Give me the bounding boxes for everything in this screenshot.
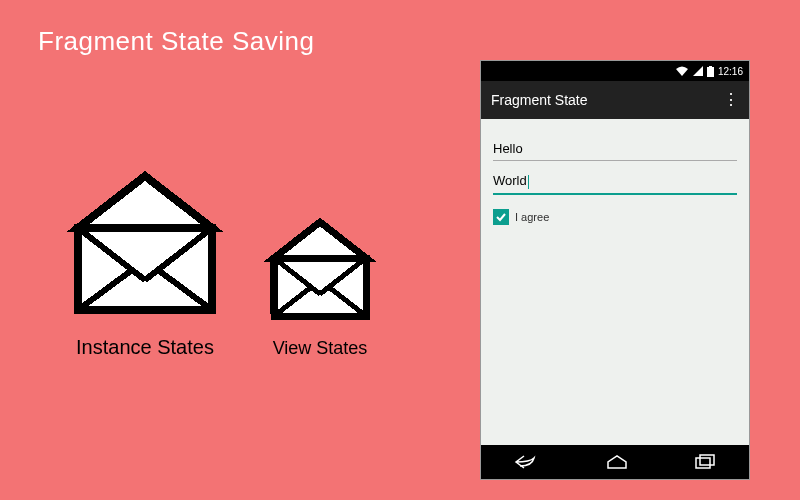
svg-rect-17	[709, 66, 712, 67]
svg-rect-18	[696, 458, 710, 468]
recent-apps-icon	[694, 454, 716, 470]
phone-mockup: 12:16 Fragment State ⋮ World I agree	[480, 60, 750, 480]
instance-states-label: Instance States	[76, 336, 214, 359]
signal-icon	[693, 66, 703, 76]
svg-rect-19	[700, 455, 714, 465]
envelope-small-icon	[260, 216, 380, 326]
android-status-bar: 12:16	[481, 61, 749, 81]
actionbar-title: Fragment State	[491, 92, 588, 108]
text-cursor-icon	[528, 175, 529, 189]
page-title: Fragment State Saving	[38, 26, 314, 57]
android-action-bar: Fragment State ⋮	[481, 81, 749, 119]
wifi-icon	[675, 66, 689, 76]
nav-recent-button[interactable]	[684, 450, 726, 474]
battery-icon	[707, 66, 714, 77]
instance-states-group: Instance States	[60, 170, 230, 359]
svg-marker-1	[78, 176, 212, 228]
view-states-label: View States	[273, 338, 368, 359]
android-nav-bar	[481, 445, 749, 479]
overflow-menu-icon[interactable]: ⋮	[723, 97, 739, 103]
text-field-2[interactable]: World	[493, 167, 737, 195]
app-screen: World I agree	[481, 119, 749, 445]
svg-rect-14	[270, 260, 275, 314]
agree-checkbox[interactable]	[493, 209, 509, 225]
svg-rect-15	[365, 260, 370, 314]
svg-rect-6	[74, 230, 80, 308]
envelope-diagram: Instance States View States	[60, 170, 380, 359]
svg-marker-9	[274, 222, 366, 258]
text-field-2-value: World	[493, 173, 527, 188]
envelope-large-icon	[60, 170, 230, 320]
agree-checkbox-label: I agree	[515, 211, 549, 223]
view-states-group: View States	[260, 216, 380, 359]
checkbox-row: I agree	[493, 209, 737, 225]
svg-rect-16	[707, 67, 714, 77]
text-field-1[interactable]	[493, 135, 737, 161]
back-icon	[514, 454, 540, 470]
nav-back-button[interactable]	[504, 450, 550, 474]
checkmark-icon	[495, 211, 507, 223]
status-time: 12:16	[718, 66, 743, 77]
svg-rect-7	[210, 230, 216, 308]
home-icon	[606, 454, 628, 470]
nav-home-button[interactable]	[596, 450, 638, 474]
